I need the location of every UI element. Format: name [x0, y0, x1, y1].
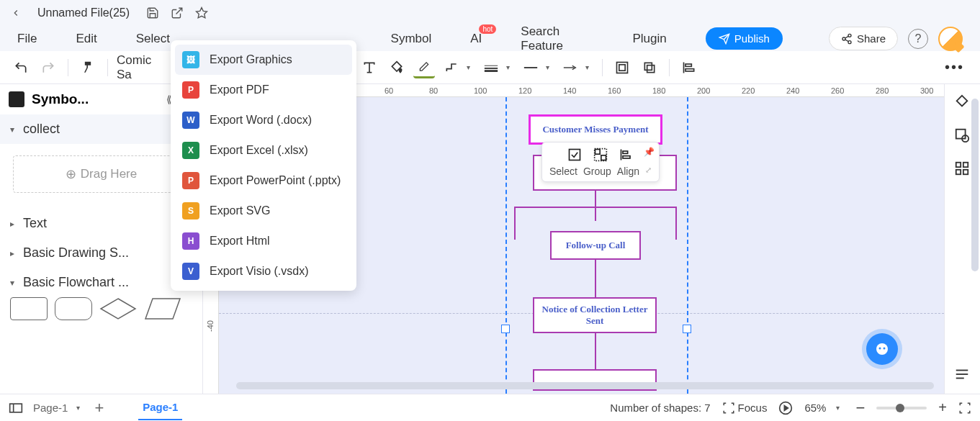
flow-node-4[interactable]: Notice of Collection Letter Sent: [533, 297, 657, 333]
selection-handle[interactable]: [683, 325, 691, 333]
add-page-icon[interactable]: +: [94, 399, 104, 417]
connector-style-icon[interactable]: [441, 57, 462, 78]
svg-marker-35: [145, 299, 180, 319]
line-dash-icon[interactable]: [520, 57, 541, 78]
svg-line-8: [845, 36, 849, 38]
svg-rect-42: [623, 156, 630, 158]
hot-badge: hot: [479, 24, 496, 34]
menu-select[interactable]: Select: [136, 32, 170, 46]
svg-rect-30: [685, 64, 691, 66]
export-ppt[interactable]: PExport PowerPoint (.pptx): [171, 166, 356, 196]
menu-ai[interactable]: AIhot: [470, 32, 482, 46]
shape-rect[interactable]: [10, 297, 48, 320]
svg-rect-27: [644, 63, 652, 70]
svg-marker-58: [785, 405, 788, 410]
export-pdf[interactable]: PExport PDF: [171, 75, 356, 105]
library-icon[interactable]: [9, 91, 24, 107]
shape-count: Number of shapes: 7: [610, 402, 710, 414]
line-weight-icon[interactable]: [480, 57, 502, 78]
export-menu: 🖼Export Graphics PExport PDF WExport Wor…: [171, 40, 356, 291]
svg-rect-41: [623, 151, 628, 153]
menu-search-feature[interactable]: Search Feature: [521, 24, 593, 53]
export-html[interactable]: HExport Html: [171, 226, 356, 256]
svg-rect-37: [595, 150, 600, 155]
share-button[interactable]: Share: [829, 27, 898, 50]
selection-handle[interactable]: [501, 325, 510, 333]
fill-icon[interactable]: [386, 57, 408, 78]
menu-file[interactable]: File: [17, 32, 37, 46]
guide-left: [505, 97, 507, 394]
svg-line-0: [176, 8, 182, 14]
redo-icon[interactable]: [37, 57, 59, 78]
svg-rect-55: [10, 404, 22, 412]
publish-button[interactable]: Publish: [706, 27, 783, 50]
flow-node-3[interactable]: Follow-up Call: [550, 231, 641, 260]
zoom-out-icon[interactable]: −: [855, 399, 865, 417]
zoom-value[interactable]: 65%: [804, 402, 826, 414]
scrollbar-horizontal[interactable]: [236, 382, 934, 389]
export-excel[interactable]: XExport Excel (.xlsx): [171, 135, 356, 166]
zoom-in-icon[interactable]: +: [938, 399, 947, 416]
svg-rect-51: [963, 170, 967, 174]
svg-rect-36: [569, 150, 580, 160]
save-icon[interactable]: [145, 6, 160, 20]
open-external-icon[interactable]: [170, 6, 184, 20]
ctx-select-icon[interactable]: [567, 147, 583, 163]
ctx-expand-icon[interactable]: ⤢: [645, 166, 652, 177]
svg-rect-50: [956, 170, 960, 174]
panel-toggle-icon[interactable]: [9, 402, 23, 414]
rail-fill-icon[interactable]: [954, 94, 971, 112]
page-tab-active[interactable]: Page-1: [138, 395, 182, 420]
back-icon[interactable]: [9, 6, 23, 20]
arrow-style-icon[interactable]: [559, 57, 581, 78]
bottombar: Page-1▾ + Page-1 Number of shapes: 7 Foc…: [0, 394, 980, 421]
scrollbar-vertical[interactable]: [971, 99, 979, 271]
export-word[interactable]: WExport Word (.docx): [171, 105, 356, 135]
ctx-align-icon[interactable]: [619, 147, 634, 163]
drag-here-zone[interactable]: ⊕Drag Here: [13, 155, 189, 193]
svg-line-7: [845, 40, 849, 42]
rail-grid-icon[interactable]: [954, 160, 971, 178]
guide-right: [687, 97, 688, 394]
line-color-icon[interactable]: [413, 57, 435, 78]
fullscreen-icon[interactable]: [958, 402, 971, 415]
shape-rounded[interactable]: [55, 297, 92, 320]
right-rail: [944, 84, 980, 394]
shape-diamond[interactable]: [99, 297, 137, 320]
more-icon[interactable]: •••: [945, 59, 964, 76]
undo-icon[interactable]: [10, 57, 32, 78]
frame-icon[interactable]: [611, 57, 633, 78]
export-visio[interactable]: VExport Visio (.vsdx): [171, 256, 356, 286]
export-graphics[interactable]: 🖼Export Graphics: [175, 45, 352, 75]
shape-parallelogram[interactable]: [144, 297, 181, 320]
shape-thumbnails: [0, 297, 202, 326]
ctx-group-label: Group: [583, 166, 611, 177]
file-title: Unnamed File(25): [37, 6, 130, 19]
assistant-button[interactable]: [866, 333, 898, 365]
export-svg[interactable]: SExport SVG: [171, 196, 356, 226]
font-select[interactable]: Comic Sa: [117, 53, 167, 82]
ctx-group-icon[interactable]: [593, 147, 608, 163]
format-painter-icon[interactable]: [77, 57, 99, 78]
menu-symbol[interactable]: Symbol: [391, 32, 432, 46]
avatar[interactable]: [938, 27, 963, 51]
svg-rect-49: [963, 163, 967, 167]
help-icon[interactable]: ?: [908, 29, 928, 49]
ctx-align-label: Align: [617, 166, 639, 177]
flow-node-1[interactable]: Customer Misses Payment: [529, 114, 662, 145]
layers-icon[interactable]: [639, 57, 660, 78]
text-tool-icon[interactable]: [359, 57, 380, 78]
play-button[interactable]: [778, 401, 793, 415]
star-icon[interactable]: [194, 6, 209, 20]
rail-settings-icon[interactable]: [954, 127, 971, 145]
zoom-slider[interactable]: [876, 407, 927, 409]
menu-edit[interactable]: Edit: [76, 32, 96, 46]
rail-list-icon[interactable]: [954, 366, 971, 384]
pin-icon[interactable]: 📌: [644, 147, 655, 157]
svg-point-4: [848, 34, 851, 37]
focus-button[interactable]: Focus: [722, 402, 768, 415]
page-select[interactable]: Page-1: [33, 402, 68, 414]
selection-toolbar: 📌 Select Group Align ⤢: [541, 142, 660, 182]
menu-plugin[interactable]: Plugin: [633, 32, 667, 46]
align-objects-icon[interactable]: [678, 57, 700, 78]
